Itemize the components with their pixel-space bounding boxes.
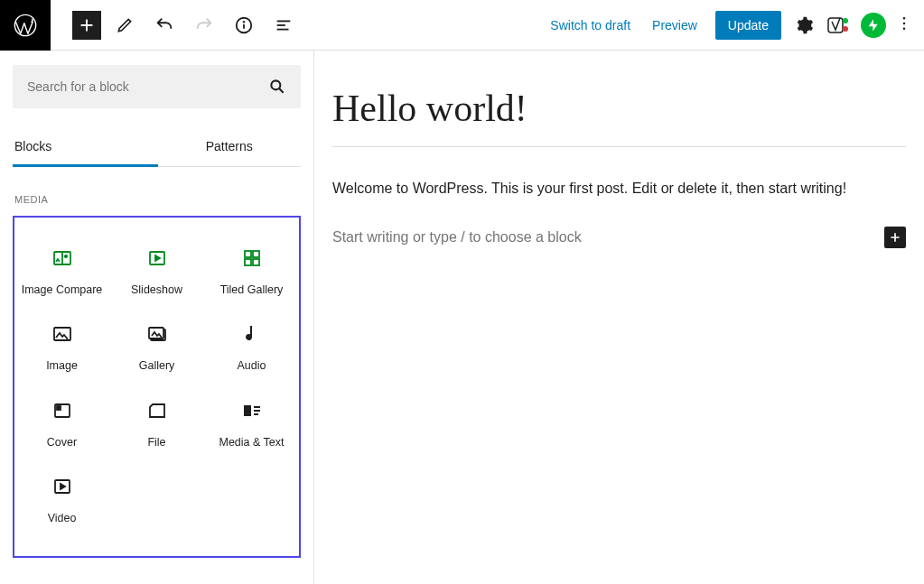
- block-item-gallery[interactable]: Gallery: [109, 310, 204, 385]
- svg-rect-23: [54, 328, 70, 340]
- block-inserter-panel[interactable]: Blocks Patterns MEDIA Image Compare Slid…: [0, 51, 314, 584]
- svg-point-12: [903, 27, 906, 30]
- jetpack-button[interactable]: [861, 13, 886, 38]
- slideshow-icon: [146, 247, 168, 269]
- svg-point-11: [903, 22, 906, 24]
- toggle-inserter-button[interactable]: [72, 11, 101, 40]
- wordpress-logo[interactable]: [0, 0, 51, 51]
- block-label: Image Compare: [22, 283, 103, 297]
- block-item-video[interactable]: Video: [14, 462, 109, 538]
- info-icon: [234, 15, 254, 35]
- block-label: Tiled Gallery: [220, 283, 284, 297]
- block-item-file[interactable]: File: [109, 386, 204, 462]
- svg-point-17: [64, 255, 66, 257]
- svg-point-8: [843, 18, 848, 23]
- yoast-icon: [826, 14, 848, 36]
- yoast-button[interactable]: [826, 14, 848, 36]
- svg-point-9: [843, 26, 848, 32]
- video-icon: [51, 476, 73, 497]
- block-search-input[interactable]: [27, 79, 268, 94]
- inserter-tabs: Blocks Patterns: [13, 128, 301, 167]
- svg-rect-27: [57, 406, 61, 410]
- tab-patterns[interactable]: Patterns: [158, 128, 302, 166]
- svg-point-13: [271, 80, 280, 89]
- svg-rect-20: [253, 251, 259, 257]
- block-item-audio[interactable]: Audio: [204, 310, 299, 385]
- block-item-slideshow[interactable]: Slideshow: [109, 234, 204, 310]
- editor-canvas[interactable]: Hello world! Welcome to WordPress. This …: [314, 51, 924, 584]
- block-label: Video: [48, 511, 77, 525]
- block-item-cover[interactable]: Cover: [14, 386, 109, 462]
- search-icon: [268, 78, 286, 96]
- cover-icon: [51, 400, 73, 422]
- switch-to-draft-link[interactable]: Switch to draft: [539, 18, 641, 32]
- post-paragraph[interactable]: Welcome to WordPress. This is your first…: [332, 178, 906, 199]
- block-label: Media & Text: [219, 435, 284, 450]
- block-appender-row: Start writing or type / to choose a bloc…: [332, 227, 906, 248]
- file-icon: [146, 400, 168, 422]
- pencil-icon: [116, 16, 134, 34]
- preview-link[interactable]: Preview: [641, 18, 708, 32]
- block-placeholder-text[interactable]: Start writing or type / to choose a bloc…: [332, 229, 582, 246]
- more-menu-button[interactable]: [895, 14, 913, 36]
- wordpress-icon: [13, 13, 38, 38]
- block-label: Gallery: [139, 358, 175, 373]
- block-item-image[interactable]: Image: [14, 310, 109, 385]
- info-button[interactable]: [228, 9, 260, 42]
- top-toolbar: Switch to draft Preview Update: [0, 0, 924, 51]
- svg-point-10: [903, 16, 906, 19]
- block-search-box: [13, 65, 301, 108]
- svg-line-14: [279, 88, 284, 93]
- block-item-tiled-gallery[interactable]: Tiled Gallery: [204, 234, 299, 310]
- block-label: File: [147, 435, 165, 450]
- list-view-icon: [274, 15, 294, 35]
- undo-icon: [154, 15, 174, 35]
- svg-rect-21: [245, 259, 251, 265]
- settings-button[interactable]: [794, 15, 814, 35]
- redo-button[interactable]: [188, 9, 220, 42]
- block-item-image-compare[interactable]: Image Compare: [14, 234, 109, 310]
- svg-rect-19: [245, 251, 251, 257]
- update-button[interactable]: Update: [715, 11, 781, 40]
- block-label: Audio: [238, 358, 266, 373]
- post-title[interactable]: Hello world!: [332, 87, 906, 147]
- block-label: Cover: [47, 435, 77, 450]
- outline-button[interactable]: [267, 9, 300, 42]
- image-compare-icon: [51, 247, 73, 269]
- image-icon: [51, 323, 73, 345]
- block-label: Slideshow: [131, 283, 182, 297]
- plus-icon: [77, 15, 97, 35]
- tab-blocks[interactable]: Blocks: [13, 128, 158, 167]
- audio-icon: [241, 323, 263, 345]
- kebab-icon: [895, 14, 913, 32]
- redo-icon: [194, 15, 214, 35]
- inline-add-block-button[interactable]: [884, 227, 906, 248]
- block-label: Image: [46, 358, 78, 373]
- media-blocks-grid: Image Compare Slideshow Tiled Gallery Im…: [13, 216, 301, 558]
- tiled-gallery-icon: [241, 247, 263, 269]
- edit-tool-button[interactable]: [108, 9, 141, 42]
- svg-point-3: [244, 21, 245, 22]
- gear-icon: [794, 15, 814, 35]
- media-text-icon: [241, 400, 263, 422]
- plus-icon: [888, 230, 902, 245]
- svg-rect-22: [253, 259, 259, 265]
- gallery-icon: [146, 323, 168, 345]
- block-item-media-text[interactable]: Media & Text: [204, 386, 299, 462]
- undo-button[interactable]: [148, 9, 181, 42]
- category-label-media: MEDIA: [13, 194, 301, 205]
- svg-rect-28: [244, 405, 251, 416]
- jetpack-icon: [866, 18, 881, 32]
